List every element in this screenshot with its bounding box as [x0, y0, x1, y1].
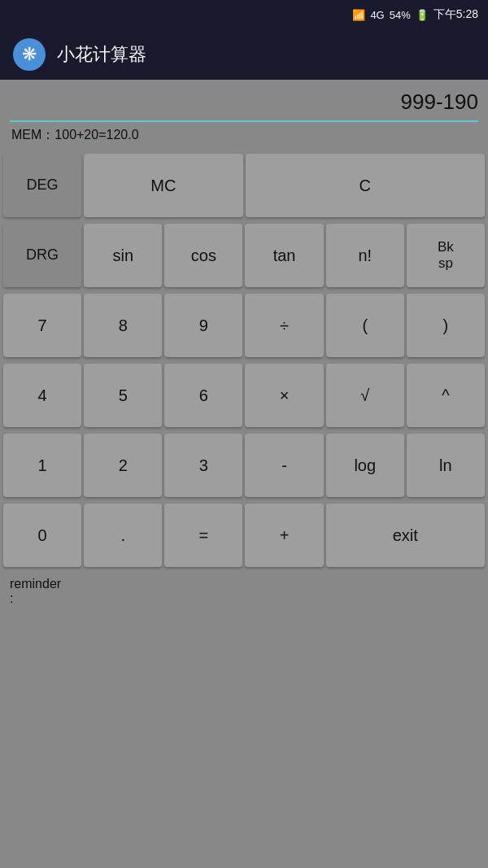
app-icon: ❋ — [13, 38, 46, 71]
button-row-5: 0 . = + exit — [0, 500, 488, 570]
wifi-icon: 📶 — [352, 9, 365, 21]
c-button[interactable]: C — [246, 154, 486, 217]
2-button[interactable]: 2 — [84, 434, 162, 497]
app-title: 小花计算器 — [57, 42, 146, 67]
reminder-value: : — [10, 591, 478, 606]
7-button[interactable]: 7 — [3, 294, 81, 357]
button-row-3: 4 5 6 × √ ^ — [0, 360, 488, 430]
nfact-button[interactable]: n! — [326, 224, 404, 287]
lparen-button[interactable]: ( — [326, 294, 404, 357]
tan-button[interactable]: tan — [245, 224, 323, 287]
sin-button[interactable]: sin — [84, 224, 162, 287]
backspace-button[interactable]: Bk sp — [407, 224, 485, 287]
sqrt-button[interactable]: √ — [326, 364, 404, 427]
signal-label: 4G — [370, 9, 384, 21]
subtract-button[interactable]: - — [245, 434, 323, 497]
6-button[interactable]: 6 — [164, 364, 242, 427]
reminder-label: reminder — [10, 577, 478, 591]
battery-label: 54% — [390, 9, 411, 21]
mem-line: MEM：100+20=120.0 — [10, 122, 478, 147]
battery-icon: 🔋 — [416, 9, 429, 21]
display-area: 999-190 MEM：100+20=120.0 — [0, 80, 488, 150]
button-row-4: 1 2 3 - log ln — [0, 430, 488, 500]
9-button[interactable]: 9 — [164, 294, 242, 357]
display-expression: 999-190 — [10, 86, 478, 122]
log-button[interactable]: log — [326, 434, 404, 497]
status-bar: 📶 4G 54% 🔋 下午5:28 — [0, 0, 488, 29]
rparen-button[interactable]: ) — [407, 294, 485, 357]
button-row-1: DRG sin cos tan n! Bk sp — [0, 220, 488, 290]
reminder-area: reminder : — [0, 570, 488, 613]
app-header: ❋ 小花计算器 — [0, 29, 488, 80]
multiply-button[interactable]: × — [245, 364, 323, 427]
5-button[interactable]: 5 — [84, 364, 162, 427]
0-button[interactable]: 0 — [3, 504, 81, 567]
mc-button[interactable]: MC — [84, 154, 242, 217]
dot-button[interactable]: . — [84, 504, 162, 567]
ln-button[interactable]: ln — [407, 434, 485, 497]
calculator-body: 999-190 MEM：100+20=120.0 DEG MC C DRG si… — [0, 80, 488, 613]
button-row-0: DEG MC C — [0, 150, 488, 220]
add-button[interactable]: + — [245, 504, 323, 567]
4-button[interactable]: 4 — [3, 364, 81, 427]
exit-button[interactable]: exit — [326, 504, 485, 567]
deg-button[interactable]: DEG — [3, 154, 81, 217]
button-row-2: 7 8 9 ÷ ( ) — [0, 290, 488, 360]
divide-button[interactable]: ÷ — [245, 294, 323, 357]
8-button[interactable]: 8 — [84, 294, 162, 357]
power-button[interactable]: ^ — [407, 364, 485, 427]
equals-button[interactable]: = — [164, 504, 242, 567]
cos-button[interactable]: cos — [164, 224, 242, 287]
3-button[interactable]: 3 — [164, 434, 242, 497]
time-label: 下午5:28 — [434, 7, 478, 22]
drg-button[interactable]: DRG — [3, 224, 81, 287]
1-button[interactable]: 1 — [3, 434, 81, 497]
